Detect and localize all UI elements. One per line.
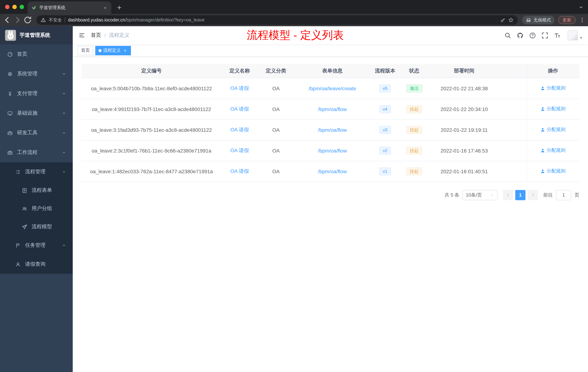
cell-definition-name: OA 请假 [221, 161, 258, 182]
sidebar-item-task-mgmt[interactable]: 任务管理 [0, 236, 73, 255]
close-tab-icon[interactable]: × [103, 5, 108, 10]
table-row: oa_leave:5:004b710b-7b8a-11ec-8ef0-acde4… [82, 78, 579, 99]
font-size-icon[interactable] [554, 32, 561, 39]
cell-filler [500, 140, 526, 161]
back-button[interactable] [3, 16, 12, 24]
definition-name-link[interactable]: OA 请假 [230, 85, 249, 91]
zoom-window-button[interactable] [20, 5, 24, 9]
form-link[interactable]: /bpm/oa/flow [318, 106, 347, 112]
password-key-icon[interactable] [500, 17, 505, 22]
sidebar-logo[interactable]: 芋道管理系统 [0, 26, 73, 44]
tag-label: 首页 [81, 47, 90, 54]
sidebar-item-label: 首页 [17, 51, 66, 57]
definition-name-link[interactable]: OA 请假 [230, 147, 249, 153]
assign-rule-link[interactable]: 分配规则 [541, 85, 566, 92]
fullscreen-icon[interactable] [541, 32, 548, 39]
search-icon[interactable] [504, 32, 511, 39]
sidebar-item-dev-tools[interactable]: 研发工具 [0, 123, 73, 143]
page-size-select[interactable]: 10条/页 [462, 190, 497, 200]
chevron-down-icon [62, 91, 66, 96]
forward-button[interactable] [13, 16, 22, 24]
column-header-status: 状态 [400, 64, 429, 78]
cell-deploy-time: 2022-01-22 19:19:11 [429, 119, 500, 140]
form-link[interactable]: /bpm/oa/leave/create [309, 85, 356, 91]
tag-home[interactable]: 首页 [78, 46, 93, 55]
sidebar-item-label: 基础设施 [17, 110, 62, 117]
cell-deploy-time: 2022-01-16 17:46:53 [429, 140, 500, 161]
form-link[interactable]: /bpm/oa/flow [318, 148, 347, 153]
definition-name-link[interactable]: OA 请假 [230, 168, 249, 174]
browser-menu-icon[interactable] [579, 17, 585, 23]
cell-status: 激活 [400, 78, 429, 99]
dashboard-icon [7, 52, 13, 57]
minimize-window-button[interactable] [12, 5, 17, 9]
sidebar-item-process-model[interactable]: 流程模型 [0, 218, 73, 236]
close-tag-icon[interactable]: × [123, 48, 128, 53]
chevron-down-icon [62, 72, 66, 76]
sidebar-item-workflow[interactable]: 工作流程 [0, 143, 73, 162]
column-header-deploy-time: 部署时间 [429, 64, 500, 78]
chevron-left-icon [506, 193, 510, 197]
assign-rule-link[interactable]: 分配规则 [541, 127, 566, 133]
browser-tab[interactable]: 芋道管理系统 × [28, 1, 111, 14]
sidebar-item-process-mgmt[interactable]: 流程管理 [0, 162, 73, 181]
form-link[interactable]: /bpm/oa/flow [318, 168, 347, 174]
url-path: /bpm/manager/definition?key=oa_leave [125, 17, 205, 22]
cell-form-info: /bpm/oa/flow [294, 99, 370, 119]
sidebar-item-user-group[interactable]: 用户分组 [0, 199, 73, 218]
status-badge: 挂起 [406, 146, 422, 154]
tab-search-caret-icon[interactable] [578, 5, 584, 10]
sidebar: 芋道管理系统 首页系统管理支付管理基础设施研发工具工作流程流程管理流程表单用户分… [0, 26, 73, 372]
assign-rule-link[interactable]: 分配规则 [541, 106, 566, 112]
status-badge: 挂起 [406, 126, 422, 134]
table-header-row: 定义编号定义名称定义分类表单信息流程版本状态部署时间操作 [82, 64, 579, 78]
close-window-button[interactable] [5, 5, 10, 9]
prev-page-button[interactable] [503, 190, 513, 200]
tree-icon [15, 169, 21, 175]
column-header-form-info: 表单信息 [294, 64, 370, 78]
sidebar-item-system-mgmt[interactable]: 系统管理 [0, 64, 73, 84]
tag-process-definition[interactable]: 流程定义× [95, 46, 131, 55]
column-header-actions: 操作 [526, 64, 579, 78]
goto-label: 前往 [543, 192, 553, 198]
pagination: 共 5 条 10条/页 1 前往 页 [82, 190, 579, 200]
reload-button[interactable] [23, 16, 32, 24]
update-button[interactable]: 更新 [558, 16, 576, 24]
sidebar-menu: 首页系统管理支付管理基础设施研发工具工作流程流程管理流程表单用户分组流程模型任务… [0, 44, 73, 372]
cell-deploy-time: 2022-01-16 01:40:51 [429, 161, 500, 182]
send-icon [22, 224, 27, 230]
cell-deploy-time: 2022-01-22 20:34:10 [429, 99, 500, 119]
cell-actions: 分配规则 [526, 119, 579, 140]
breadcrumb-home[interactable]: 首页 [91, 32, 101, 39]
definition-name-link[interactable]: OA 请假 [230, 106, 249, 111]
question-icon[interactable] [529, 32, 536, 39]
new-tab-button[interactable] [116, 5, 122, 11]
chevron-down-icon [62, 131, 66, 135]
address-bar[interactable]: 不安全 dashboard.yudao.iocoder.cn/bpm/manag… [36, 15, 518, 25]
sidebar-item-leave-query[interactable]: 请假查询 [0, 255, 73, 274]
github-icon[interactable] [517, 32, 524, 39]
cell-category: OA [258, 161, 294, 182]
sidebar-item-home[interactable]: 首页 [0, 44, 73, 64]
sidebar-item-payment-mgmt[interactable]: 支付管理 [0, 84, 73, 103]
app-root: 芋道管理系统 首页系统管理支付管理基础设施研发工具工作流程流程管理流程表单用户分… [0, 26, 588, 372]
sidebar-item-process-form[interactable]: 流程表单 [0, 181, 73, 199]
definition-name-link[interactable]: OA 请假 [230, 127, 249, 132]
bookmark-star-icon[interactable] [508, 17, 514, 22]
logo-avatar [5, 30, 16, 41]
assign-rule-link[interactable]: 分配规则 [541, 147, 566, 154]
goto-page-input[interactable] [556, 190, 571, 200]
user-menu[interactable] [568, 30, 583, 40]
form-link[interactable]: /bpm/oa/flow [318, 127, 347, 133]
page-number-1[interactable]: 1 [515, 190, 525, 200]
sidebar-item-infrastructure[interactable]: 基础设施 [0, 103, 73, 123]
next-page-button[interactable] [528, 190, 538, 200]
column-header-filler [500, 64, 526, 78]
sidebar-item-label: 流程模型 [32, 223, 66, 230]
column-header-definition-category: 定义分类 [258, 64, 294, 78]
hamburger-icon[interactable] [79, 32, 85, 39]
cell-definition-id: oa_leave:1:482ec033-762a-11ec-8477-a2380… [82, 161, 221, 182]
caret-down-icon [579, 36, 583, 40]
cell-definition-name: OA 请假 [221, 78, 258, 99]
assign-rule-link[interactable]: 分配规则 [541, 168, 566, 175]
